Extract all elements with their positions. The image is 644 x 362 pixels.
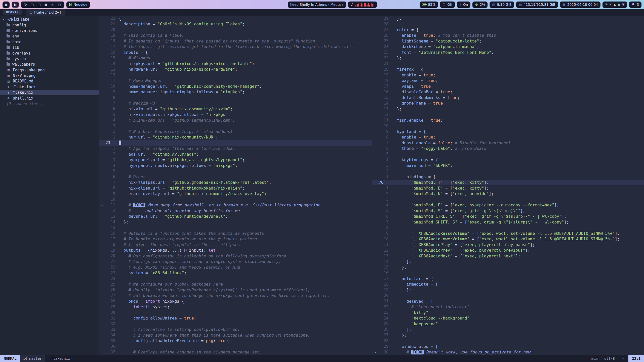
code-line[interactable]: 1 # Ags for widgets (this was a terrible…: [99, 146, 372, 152]
tree-item-derivations[interactable]: derivations: [0, 28, 99, 33]
code-line[interactable]: 11 # Home Manager: [99, 78, 372, 84]
code-line[interactable]: 37 # Overlays define changes in the nixp…: [99, 349, 372, 355]
workspace-icon-2[interactable]: N: [12, 2, 19, 8]
code-line[interactable]: 26 enable = true; # You can't disable th…: [372, 33, 644, 38]
code-line[interactable]: 23 "kitty": [372, 310, 644, 315]
window-title[interactable]: N Neovide: [66, 2, 90, 8]
now-playing[interactable]: Keep Shelly In Athens - Medusa: [288, 2, 346, 8]
code-line[interactable]: 15: [99, 225, 372, 231]
git-branch[interactable]: ⎇ master: [20, 355, 45, 362]
code-line[interactable]: 8: [99, 95, 372, 101]
code-line[interactable]: ✓11 # TODO Move away from devshell, as i…: [99, 202, 372, 208]
code-line[interactable]: 13 hardware.url = "github:nixos/nixos-ha…: [99, 67, 372, 72]
code-line[interactable]: 14 };: [372, 259, 644, 265]
code-line[interactable]: 5 nixvim.inputs.nixpkgs.follows = "nixpk…: [99, 112, 372, 118]
code-line[interactable]: 2 ags.url = "github:Aylur/ags";: [99, 151, 372, 157]
code-line[interactable]: 24 "nextcloud --background": [372, 315, 644, 321]
code-line[interactable]: 11 ", XF86AudioPlay" = ["exec, playerctl…: [372, 242, 644, 248]
disk-widget[interactable]: ▥ 413.19/915.81 GiB: [516, 2, 558, 8]
code-line[interactable]: 13 };: [372, 106, 644, 112]
code-line[interactable]: 13 devshell.url = "github:numtide/devshe…: [99, 214, 372, 219]
code-line[interactable]: 29 };: [372, 16, 644, 21]
code-line[interactable]: 7 # NeoVim <3: [99, 101, 372, 106]
code-line[interactable]: 12: [372, 112, 644, 118]
code-line[interactable]: 12 # and doesn't provide any benefits fo…: [99, 208, 372, 214]
code-line[interactable]: 9 hyprland = {: [372, 129, 644, 134]
tree-item-home[interactable]: home: [0, 39, 99, 45]
bluetooth-widget[interactable]: ᛒ On: [457, 2, 470, 8]
code-line[interactable]: 8: [372, 225, 644, 231]
check-icon[interactable]: ✔: [609, 3, 612, 6]
code-line[interactable]: 8 nix-alien.url = "github:thiagokokada/n…: [99, 185, 372, 191]
code-line[interactable]: 1 "$mainMod, E" = ["exec, kitty"];: [372, 185, 644, 191]
code-line[interactable]: 1 bindings = {: [372, 174, 644, 180]
battery-widget[interactable]: 85%: [420, 2, 438, 8]
workspace-icon-5[interactable]: □: [37, 3, 41, 7]
code-line[interactable]: 6 nixvim.url = "github:nix-community/nix…: [99, 106, 372, 112]
code-line[interactable]: 6 theme = "Foggy-Lake"; # Three-Bears: [372, 146, 644, 152]
code-line[interactable]: 14 gnomeTheme = true;: [372, 101, 644, 106]
code-line[interactable]: 2: [372, 168, 644, 174]
code-line[interactable]: 24 darkScheme = "catppuccin-mocha";: [372, 44, 644, 50]
memory-widget[interactable]: ▤ 9/30 GiB: [490, 2, 514, 8]
code-line[interactable]: 20: [372, 293, 644, 299]
code-line[interactable]: 26 # Usually, "nixpkgs.legacyPackages.${…: [99, 287, 372, 293]
code-line[interactable]: 27 };: [372, 332, 644, 338]
workspace-icon-4[interactable]: □: [31, 3, 34, 7]
tree-item-readme.md[interactable]: ▤README.md: [0, 78, 99, 84]
code-line[interactable]: 2 # Nix User Repository (e.g. Firefox ad…: [99, 129, 372, 134]
code-line[interactable]: 10 home-manager.url = "github:nix-commun…: [99, 83, 372, 89]
code-line[interactable]: 10: [99, 197, 372, 202]
code-line[interactable]: 76 "$mainMod, T" = ["exec, kitty"];: [372, 180, 644, 186]
code-line[interactable]: 7 dunst.enable = false; # Disable for hy…: [372, 140, 644, 146]
code-line[interactable]: 3 hyprpanel.url = "github:jas-singhfsu/h…: [99, 157, 372, 163]
code-line[interactable]: 3: [372, 197, 644, 202]
code-line[interactable]: 4 "$mainMod, P" = ["exec, hyprpicker --a…: [372, 202, 644, 208]
code-line[interactable]: 4 hyprpanel.inputs.nixpkgs.follows = "ni…: [99, 163, 372, 168]
tree-item-lib[interactable]: lib: [0, 45, 99, 50]
code-line[interactable]: 29 windowrules = [: [372, 344, 644, 349]
code-line[interactable]: 14 };: [99, 219, 372, 225]
code-line[interactable]: 20 firefox = {: [372, 67, 644, 72]
code-line[interactable]: 9 home-manager.inputs.nixpkgs.follows = …: [99, 89, 372, 95]
code-line[interactable]: 1 nur.url = "github:nix-community/NUR";: [99, 134, 372, 140]
code-line[interactable]: 18 # It gives the name "inputs" to the .…: [99, 242, 372, 248]
code-line[interactable]: 18 # It depends on "inputs" that are pas…: [99, 38, 372, 44]
tree-item-system[interactable]: system: [0, 56, 99, 62]
workspace-icon-7[interactable]: ◎: [51, 3, 54, 7]
code-line[interactable]: 28 pkgs = import nixpkgs {: [99, 298, 372, 304]
code-line[interactable]: 21: [372, 61, 644, 67]
code-line[interactable]: 36: [99, 344, 372, 349]
code-line[interactable]: 28: [372, 338, 644, 344]
code-line[interactable]: 22 };: [372, 55, 644, 61]
code-line[interactable]: 19 # This config is a Flake.: [99, 33, 372, 38]
workspace-icon-8[interactable]: □: [58, 3, 61, 7]
code-line[interactable]: 22{: [99, 16, 372, 21]
code-line[interactable]: 19 outputs = {nixpkgs, ...} @ inputs: le…: [99, 248, 372, 253]
mail-icon[interactable]: ✉: [605, 3, 608, 6]
tree-item-wallpapers[interactable]: wallpapers: [0, 62, 99, 67]
code-line[interactable]: 26 ];: [372, 327, 644, 333]
code-line[interactable]: 5 "$mainMod, S" = ["exec, grim -g \"$(sl…: [372, 208, 644, 214]
code-line[interactable]: 7 nix-flatpak.url = "github:gmodena/nix-…: [99, 180, 372, 186]
code-line[interactable]: 3: [99, 123, 372, 129]
code-line[interactable]: 20: [99, 27, 372, 33]
code-line[interactable]: 16 disableTabBar = true;: [372, 89, 644, 95]
code-line[interactable]: 6 # Other: [99, 174, 372, 180]
cpu-widget[interactable]: ⚙ 2%: [472, 2, 488, 8]
code-line[interactable]: 17 autostart = {: [372, 276, 644, 282]
tree-item-env[interactable]: env: [0, 33, 99, 39]
code-line[interactable]: 15 };: [372, 264, 644, 270]
code-line[interactable]: 9 emacs-overlay.url = "github:nix-commun…: [99, 191, 372, 197]
code-line[interactable]: ✓30 # TODO Doesn't work, use focus_on_ac…: [372, 349, 644, 355]
code-line[interactable]: 10 ", XF86AudioLowerVolume" = ["exec, wp…: [372, 236, 644, 242]
network-icon[interactable]: ●: [618, 3, 620, 6]
code-line[interactable]: 18 immediate = [: [372, 282, 644, 287]
code-line[interactable]: 22 # "kdeconnect-indicator": [372, 304, 644, 310]
heart-icon[interactable]: ♥: [622, 3, 625, 6]
tree-item-shell.nix[interactable]: ❄shell.nix: [0, 95, 99, 101]
code-line[interactable]: 9 ", XF86AudioRaiseVolume" = ["exec, wpc…: [372, 231, 644, 236]
code-line[interactable]: 4 # blink-cmp.url = "github:saghen/blink…: [99, 117, 372, 123]
code-line[interactable]: 21 delayed = [: [372, 298, 644, 304]
code-line[interactable]: 29 inherit system;: [99, 304, 372, 310]
